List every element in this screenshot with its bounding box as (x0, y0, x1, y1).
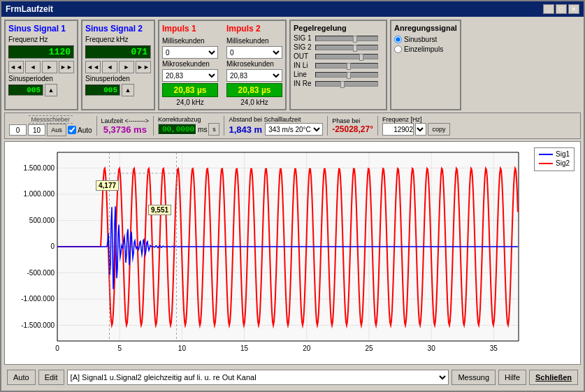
title-bar: FrmLaufzeit _ □ × (1, 1, 584, 17)
maximize-button[interactable]: □ (556, 4, 567, 14)
anregung-einzelimpuls-row: Einzelimpuls (394, 45, 457, 53)
messschieber-auto-checkbox[interactable] (68, 126, 76, 134)
freq-hz-row: ▼ copy (382, 123, 450, 136)
impuls2-ms-select[interactable]: 0 (226, 46, 282, 59)
minimize-button[interactable]: _ (543, 4, 554, 14)
pegel-inre-label: IN Re (294, 80, 313, 87)
pegel-line-label: Line (294, 71, 313, 78)
legend-sig1: Sig1 (539, 150, 570, 158)
anregung-sinusburst-row: Sinusburst (394, 36, 457, 43)
messschieber-section: Messschieber Aus Auto (9, 115, 92, 136)
close-button[interactable]: × (568, 4, 579, 14)
sinus2-freq-row: Frequenz kHz (85, 36, 151, 43)
pegel-sig2-track[interactable] (315, 45, 378, 50)
combo-select[interactable]: [A] Signal1 u.Signal2 gleichzeitig auf l… (67, 370, 449, 385)
pegel-inli-row: IN Li (294, 61, 383, 69)
laufzeit-label: Laufzeit <--------> (101, 117, 150, 124)
sinus2-box: Sinus Signal 2 Frequenz kHz 071 ◄◄ ◄ ► ►… (81, 20, 155, 110)
korrektur-label: Korrekturabzug (158, 116, 201, 123)
sinus2-prev-prev-btn[interactable]: ◄◄ (85, 61, 101, 73)
edit-button[interactable]: Edit (38, 370, 64, 385)
pegel-line-track[interactable] (315, 72, 378, 78)
sinus1-next-btn[interactable]: ► (42, 61, 57, 73)
phase-section: Phase bei -25028,27° (332, 117, 373, 134)
sinus2-prev-btn[interactable]: ◄ (102, 61, 117, 73)
schall-select[interactable]: 343 m/s 20°C 340 m/s 18°C (265, 123, 323, 136)
anregung-title: Anregungssignal (394, 24, 457, 32)
title-bar-buttons: _ □ × (543, 4, 579, 14)
impuls2-us-label: Mikrosekunden (226, 60, 282, 68)
freq-hz-label: Frequenz [Hz] (382, 116, 450, 123)
phase-value: -25028,27° (332, 124, 373, 134)
sinus2-freq-label: Frequenz (85, 36, 115, 43)
sinus1-freq-label: Frequenz (8, 36, 38, 43)
impuls1-title: Impuls 1 (162, 24, 218, 34)
sinus1-next-next-btn[interactable]: ►► (59, 61, 74, 73)
pegel-out-track[interactable] (315, 54, 378, 59)
messschieber-aus-btn[interactable]: Aus (47, 124, 66, 136)
impulse-row: Impuls 1 Millisekunden 0 Mikrosekunden 2… (162, 24, 282, 106)
schliessen-button[interactable]: Schließen (529, 370, 578, 385)
abstand-section: Abstand bei Schalllaufzeit 1,843 m 343 m… (229, 116, 323, 136)
pegel-inre-row: IN Re (294, 80, 383, 87)
sinus2-next-next-btn[interactable]: ►► (136, 61, 151, 73)
copy-btn[interactable]: copy (428, 123, 450, 136)
freq-hz-input[interactable] (382, 123, 414, 136)
pegel-line-row: Line (294, 71, 383, 78)
sinus1-periods-up[interactable]: ▲ (45, 84, 57, 96)
divider1 (96, 116, 97, 136)
impuls2-freq: 24,0 kHz (226, 99, 282, 106)
top-panel: Sinus Signal 1 Frequenz Hz 1120 ◄◄ ◄ ► ►… (4, 20, 581, 110)
legend-sig2-line (539, 163, 553, 164)
korrektur-s-btn[interactable]: s (208, 123, 219, 136)
pegel-out-row: OUT (294, 52, 383, 60)
pegel-sig1-track[interactable] (315, 36, 378, 41)
anregung-box: Anregungssignal Sinusburst Einzelimpuls (390, 20, 461, 110)
sinus1-freq-display: 1120 (8, 45, 74, 59)
messschieber-val1[interactable] (9, 124, 27, 136)
impuls2-title: Impuls 2 (226, 24, 282, 34)
korrektur-input[interactable] (158, 124, 196, 135)
impuls1-col: Impuls 1 Millisekunden 0 Mikrosekunden 2… (162, 24, 218, 106)
auto-button[interactable]: Auto (7, 370, 36, 385)
pegel-out-label: OUT (294, 52, 313, 60)
freq-hz-dropdown[interactable]: ▼ (415, 123, 426, 136)
korrektur-row: ms s (158, 123, 219, 136)
impuls2-us-select[interactable]: 20,83 (226, 69, 282, 82)
sinus2-next-btn[interactable]: ► (119, 61, 134, 73)
impuls1-ms-select[interactable]: 0 (162, 46, 218, 59)
anregung-einzelimpuls-radio[interactable] (394, 45, 402, 53)
laufzeit-section: Laufzeit <--------> 5,3736 ms (101, 117, 150, 135)
anregung-sinusburst-label: Sinusburst (404, 36, 437, 43)
pegel-inli-track[interactable] (315, 63, 378, 68)
chart-legend: Sig1 Sig2 (534, 147, 575, 171)
messung-button[interactable]: Messung (452, 370, 496, 385)
messschieber-auto-label: Auto (68, 126, 92, 134)
impuls1-us-label: Mikrosekunden (162, 60, 218, 68)
chart-area: 4,177 9,551 Sig1 Sig2 (4, 141, 581, 365)
impuls2-ms-label: Millisekunden (226, 37, 282, 45)
sinus1-freq-row: Frequenz Hz (8, 36, 74, 43)
legend-sig1-label: Sig1 (556, 150, 570, 158)
impuls2-col: Impuls 2 Millisekunden 0 Mikrosekunden 2… (226, 24, 282, 106)
bottom-bar: Auto Edit [A] Signal1 u.Signal2 gleichze… (4, 367, 581, 388)
sinus2-periods-up[interactable]: ▲ (122, 84, 134, 96)
pegel-title: Pegelregelung (294, 24, 383, 32)
phase-label: Phase bei (332, 117, 373, 124)
hilfe-button[interactable]: Hilfe (498, 370, 526, 385)
pegel-box: Pegelregelung SIG 1 SIG 2 OUT (289, 20, 387, 110)
korrektur-section: Korrekturabzug ms s (158, 116, 219, 136)
messschieber-val2[interactable] (28, 124, 45, 136)
anregung-sinusburst-radio[interactable] (394, 36, 402, 43)
impuls1-us-select[interactable]: 20,83 (162, 69, 218, 82)
sinus1-prev-btn[interactable]: ◄ (25, 61, 41, 73)
middle-panel: Messschieber Aus Auto Laufzeit <--------… (4, 112, 581, 139)
abstand-label: Abstand bei Schalllaufzeit (229, 116, 301, 123)
sinus1-btn-group: ◄◄ ◄ ► ►► (8, 61, 74, 73)
divider5 (377, 116, 378, 136)
legend-sig1-line (539, 154, 553, 155)
impuls2-display: 20,83 µs (226, 83, 282, 97)
pegel-inre-track[interactable] (315, 81, 378, 87)
sinus1-prev-prev-btn[interactable]: ◄◄ (8, 61, 24, 73)
divider2 (153, 116, 154, 136)
